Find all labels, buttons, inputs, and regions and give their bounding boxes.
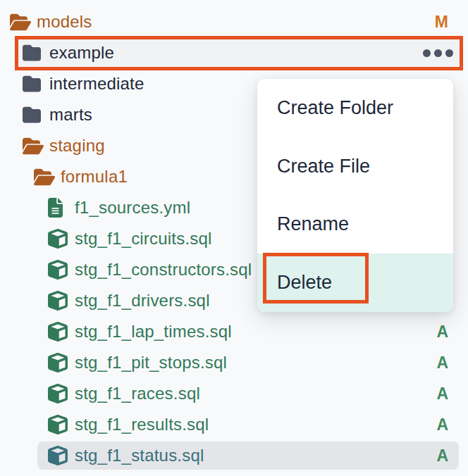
menu-item-create-folder[interactable]: Create Folder [257,79,453,137]
tree-item-label: stg_f1_circuits.sql [75,229,212,249]
menu-item-label: Create File [277,156,370,177]
tree-item-label: stg_f1_pit_stops.sql [75,353,227,372]
cube-icon [48,291,70,311]
git-status-badge: A [436,446,448,465]
cube-icon [48,415,70,434]
menu-item-label: Delete [277,272,332,294]
folder-icon [23,75,45,93]
folder-open-icon [10,13,32,32]
git-status-badge: A [436,384,448,403]
folder-icon [23,106,45,124]
tree-item-label: staging [49,136,105,156]
tree-item-label: models [37,12,92,32]
tree-item-label: intermediate [49,74,144,94]
tree-item-label: stg_f1_status.sql [75,446,204,465]
git-status-badge: A [436,415,448,434]
menu-item-label: Create Folder [277,97,393,119]
git-status-badge: M [435,13,448,32]
tree-row-stg_f1_results.sql[interactable]: stg_f1_results.sqlA [0,409,468,440]
folder-open-icon [34,168,56,187]
menu-item-label: Rename [277,213,349,235]
cube-icon [48,384,70,403]
git-status-badge: A [436,322,448,342]
tree-item-label: stg_f1_lap_times.sql [75,322,232,342]
ellipsis-menu-icon[interactable] [423,49,453,57]
cube-icon [48,446,70,465]
cube-icon [48,260,70,280]
cube-icon [48,322,70,342]
menu-item-create-file[interactable]: Create File [257,137,453,196]
tree-row-stg_f1_lap_times.sql[interactable]: stg_f1_lap_times.sqlA [0,316,468,347]
tree-item-label: f1_sources.yml [75,198,190,218]
tree-item-label: stg_f1_results.sql [75,415,209,434]
tree-item-label: example [49,43,114,63]
file-explorer-panel: modelsMexampleintermediatemartsstagingfo… [0,0,468,476]
file-lines-icon [48,198,70,218]
tree-item-label: formula1 [61,167,128,187]
tree-item-label: stg_f1_drivers.sql [75,291,210,311]
tree-row-stg_f1_pit_stops.sql[interactable]: stg_f1_pit_stops.sqlA [0,347,468,378]
menu-item-rename[interactable]: Rename [257,196,453,254]
cube-icon [48,353,70,372]
context-menu: Create FolderCreate FileRenameDelete [257,79,453,312]
tree-row-models[interactable]: modelsM [0,6,468,37]
tree-row-example[interactable]: example [0,37,468,68]
git-status-badge: A [436,353,448,372]
menu-item-delete[interactable]: Delete [257,253,453,312]
folder-icon [23,44,45,62]
tree-row-stg_f1_races.sql[interactable]: stg_f1_races.sqlA [0,378,468,409]
folder-open-icon [23,137,45,156]
tree-row-stg_f1_status.sql[interactable]: stg_f1_status.sqlA [0,440,468,471]
tree-item-label: stg_f1_constructors.sql [75,260,252,280]
cube-icon [48,229,70,249]
tree-item-label: marts [49,105,92,125]
tree-item-label: stg_f1_races.sql [75,384,200,403]
